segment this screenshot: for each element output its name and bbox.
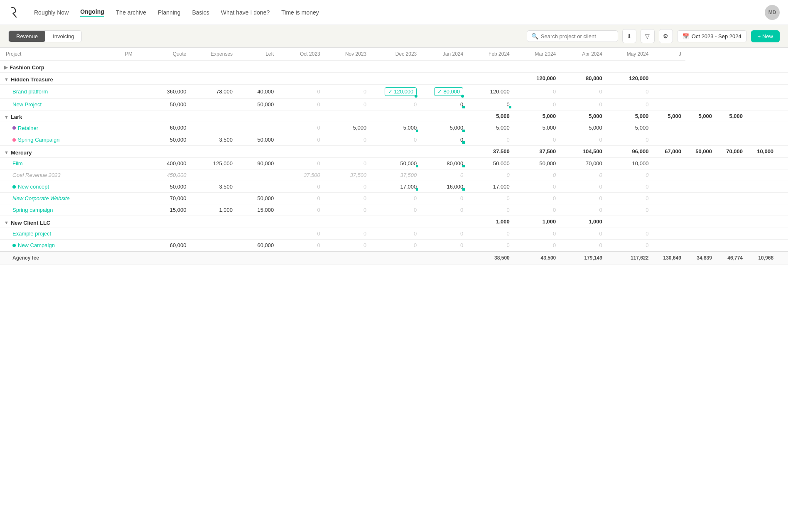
client-total-cell: 120,000 [514,73,560,85]
table-cell: 0 [560,204,606,216]
project-pm-cell [113,169,144,181]
footer-value-cell: 117,622 [606,251,653,265]
col-apr2024: Apr 2024 [560,48,606,61]
table-cell: 0 [421,228,467,239]
client-pm-cell [113,61,144,73]
chevron-icon[interactable]: ▼ [4,115,9,120]
project-name-cell[interactable]: Film [0,157,113,169]
project-extra-cell [653,134,685,146]
client-total-cell [606,61,653,73]
project-name-cell[interactable]: Retainer [0,122,113,134]
client-total-cell [606,216,653,228]
client-extra-cell [778,146,788,158]
date-range-button[interactable]: 📅 Oct 2023 - Sep 2024 [677,30,747,42]
nav-ongoing[interactable]: Ongoing [80,8,104,17]
client-total-cell: 37,500 [467,146,514,158]
client-total-cell [747,61,778,73]
table-cell: 0 [278,181,324,193]
client-total-cell: 1,000 [514,216,560,228]
nav-archive[interactable]: The archive [116,9,146,16]
chevron-icon[interactable]: ▼ [4,77,9,82]
client-group-row: ▼ New Client LLC 1,0001,0001,000 [0,216,788,228]
client-name-cell[interactable]: ▼ Mercury [0,146,113,158]
client-left-cell [237,110,278,122]
client-total-cell: 5,000 [653,110,685,122]
client-left-cell [237,61,278,73]
nav-time-money[interactable]: Time is money [281,9,319,16]
project-pm-cell [113,239,144,251]
client-total-cell [324,73,371,85]
table-cell: 0 [606,98,653,110]
project-expenses-cell: 3,500 [191,134,237,146]
client-name-cell[interactable]: ▼ New Client LLC [0,216,113,228]
project-quote-cell: 50,000 [144,98,191,110]
project-name-cell[interactable]: New Project [0,98,113,110]
project-left-cell: 60,000 [237,239,278,251]
project-row: Spring campaign 15,0001,00015,0000000000… [0,204,788,216]
table-cell: 0 [514,193,560,204]
project-name-cell[interactable]: New concept [0,181,113,193]
avatar[interactable]: MD [765,5,780,20]
settings-icon-button[interactable]: ⚙ [659,29,673,43]
table-cell: 0 [606,193,653,204]
client-total-cell: 80,000 [560,73,606,85]
logo[interactable] [8,5,24,20]
search-input[interactable] [541,33,611,39]
table-cell: 5,000 [467,122,514,134]
client-total-cell: 5,000 [685,110,716,122]
project-name-cell[interactable]: Brand platform [0,84,113,98]
chevron-icon[interactable]: ▼ [4,150,9,155]
project-quote-cell: 50,000 [144,134,191,146]
filter-icon-button[interactable]: ▽ [641,29,655,43]
table-cell-striked: 0 [606,169,653,181]
project-name-cell[interactable]: Example project [0,228,113,239]
client-quote-cell [144,110,191,122]
chevron-icon[interactable]: ▼ [4,220,9,225]
nav-what-done[interactable]: What have I done? [221,9,270,16]
client-left-cell [237,146,278,158]
client-total-cell: 1,000 [560,216,606,228]
project-name-cell[interactable]: New Corporate Website [0,193,113,204]
table-cell: 0 [514,84,560,98]
table-cell: 0 [324,84,371,98]
export-icon-button[interactable]: ⬇ [622,29,636,43]
project-name-cell[interactable]: Goal Revenue 2023 [0,169,113,181]
footer-value-cell: 43,500 [514,251,560,265]
table-cell: 120,000 [467,84,514,98]
chevron-icon[interactable]: ▶ [4,65,7,70]
client-name-cell[interactable]: ▼ Hidden Treasure [0,73,113,85]
project-row: Goal Revenue 2023 450,00037,50037,50037,… [0,169,788,181]
client-total-cell [467,73,514,85]
project-name-cell[interactable]: Spring Campaign [0,134,113,146]
client-total-cell [371,146,421,158]
project-expenses-cell [191,239,237,251]
client-total-cell [421,216,467,228]
client-name-cell[interactable]: ▼ Lark [0,110,113,122]
project-name-cell[interactable]: New Campaign [0,239,113,251]
footer-quote-cell [144,251,191,265]
client-total-cell [421,61,467,73]
client-total-cell [653,216,685,228]
table-cell-striked: 0 [421,169,467,181]
project-pm-cell [113,204,144,216]
footer-value-cell: 34,839 [685,251,716,265]
client-total-cell [653,73,685,85]
table-cell: 0 [421,193,467,204]
table-cell: 0 [278,98,324,110]
footer-row: Agency fee 38,50043,500179,149117,622130… [0,251,788,265]
new-button[interactable]: + New [751,30,780,42]
client-total-cell: 10,000 [747,146,778,158]
nav-roughly-now[interactable]: Roughly Now [34,9,69,16]
client-group-row: ▶ Fashion Corp [0,61,788,73]
client-name-cell[interactable]: ▶ Fashion Corp [0,61,113,73]
client-total-cell: 37,500 [514,146,560,158]
nav-planning[interactable]: Planning [158,9,181,16]
project-expenses-cell [191,98,237,110]
project-name-cell[interactable]: Spring campaign [0,204,113,216]
toggle-revenue-button[interactable]: Revenue [9,31,45,42]
nav-basics[interactable]: Basics [192,9,209,16]
project-extra-cell [653,181,685,193]
toggle-invoicing-button[interactable]: Invoicing [45,31,81,42]
client-total-cell [421,110,467,122]
project-left-cell: 15,000 [237,204,278,216]
